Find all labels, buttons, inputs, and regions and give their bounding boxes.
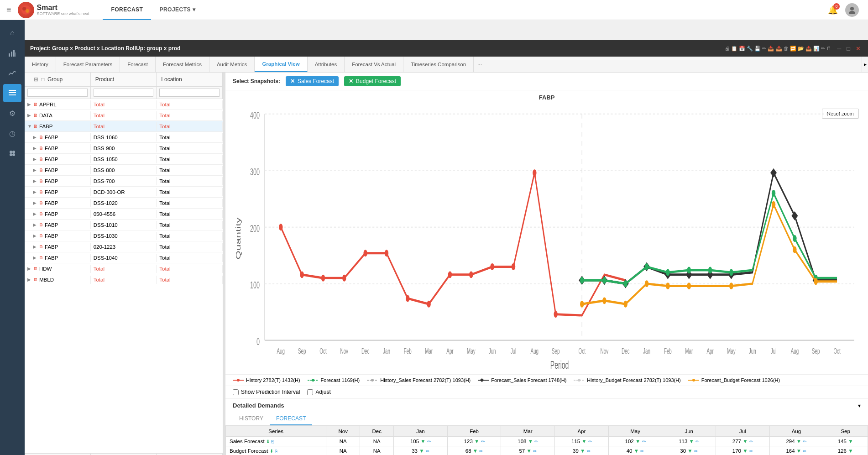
tree-row[interactable]: ▶🗎DATA Total Total xyxy=(25,110,223,121)
snapshot-sales-label: Sales Forecast xyxy=(298,78,334,84)
tree-row[interactable]: ▶🗎FABP DSS-1040 Total xyxy=(25,252,223,263)
demands-tab-forecast[interactable]: FORECAST xyxy=(270,413,312,425)
adjust-label: Adjust xyxy=(315,389,330,395)
svg-point-60 xyxy=(363,250,367,256)
svg-point-93 xyxy=(602,297,606,304)
expand-data[interactable]: ▶ xyxy=(27,113,32,118)
left-panel: ⊞ □ Group Product Location ▶🗎APPRL Total… xyxy=(25,73,223,455)
tree-row-fabp[interactable]: ▼🗎FABP Total Total xyxy=(25,121,223,132)
sidebar-modules[interactable] xyxy=(3,144,21,162)
copy-icon[interactable]: ⎘ xyxy=(275,449,277,454)
snapshot-budget-forecast[interactable]: ✕ Budget Forecast xyxy=(344,76,401,86)
notification-button[interactable]: 🔔 0 xyxy=(828,5,838,15)
filter-location[interactable] xyxy=(159,89,220,97)
sidebar-list[interactable] xyxy=(3,84,21,102)
tree-row[interactable]: ▶🗎FABP DSS-1030 Total xyxy=(25,230,223,241)
tree-row[interactable]: ▶🗎FABP DSS-1010 Total xyxy=(25,220,223,230)
sidebar-trends[interactable] xyxy=(3,64,21,82)
tab-graphical-view[interactable]: Graphical View xyxy=(255,57,307,72)
tree-row[interactable]: ▶🗎HDW Total Total xyxy=(25,263,223,274)
tab-forecast[interactable]: Forecast xyxy=(120,57,156,72)
filter-product[interactable] xyxy=(94,89,154,97)
show-prediction-interval-checkbox[interactable]: Show Prediction Interval xyxy=(233,389,300,395)
svg-point-15 xyxy=(12,153,15,156)
demands-tabs: HISTORY FORECAST xyxy=(225,413,868,426)
svg-marker-109 xyxy=(480,378,484,382)
close-button[interactable]: ✕ xyxy=(854,44,863,53)
tree-row[interactable]: ▶🗎FABP DSS-1050 Total xyxy=(25,154,223,165)
svg-text:Sep: Sep xyxy=(552,346,560,356)
tab-forecast-vs-actual[interactable]: Forecast Vs Actual xyxy=(345,57,403,72)
adjust-checkbox[interactable]: Adjust xyxy=(307,389,330,395)
tab-audit-metrics[interactable]: Audit Metrics xyxy=(209,57,255,72)
tab-forecast-metrics[interactable]: Forecast Metrics xyxy=(156,57,209,72)
demands-tab-history[interactable]: HISTORY xyxy=(233,413,270,425)
tree-row[interactable]: ▶🗎MBLD Total Total xyxy=(25,274,223,285)
prediction-interval-input[interactable] xyxy=(233,389,239,395)
tab-timeseries-comparison[interactable]: Timeseries Comparison xyxy=(403,57,474,72)
sidebar-settings[interactable]: ⚙ xyxy=(3,104,21,122)
tab-more[interactable]: ··· xyxy=(474,57,486,72)
window-title: Project: Group x Product x Location Roll… xyxy=(30,45,180,52)
tab-forecast-parameters[interactable]: Forecast Parameters xyxy=(56,57,120,72)
legend-forecast: Forecast 1169(H) xyxy=(308,377,360,383)
tree-row[interactable]: ▶🗎FABP 050-4556 Total xyxy=(25,209,223,220)
expand-apprl[interactable]: ▶ xyxy=(27,102,32,107)
hamburger-icon[interactable]: ≡ xyxy=(5,3,13,16)
svg-rect-9 xyxy=(9,90,16,91)
tab-attributes[interactable]: Attributes xyxy=(308,57,345,72)
tab-scroll-right[interactable]: ▸ xyxy=(862,57,868,72)
svg-point-98 xyxy=(729,282,733,289)
svg-text:Oct: Oct xyxy=(319,346,326,356)
svg-text:Jul: Jul xyxy=(511,346,517,356)
svg-point-62 xyxy=(406,295,409,302)
tree-row[interactable]: ▶🗎FABP 020-1223 Total xyxy=(25,241,223,252)
minimize-button[interactable]: ─ xyxy=(835,44,843,53)
svg-text:Aug: Aug xyxy=(531,346,539,356)
expand-fabp[interactable]: ▼ xyxy=(27,124,32,129)
snapshot-sales-forecast[interactable]: ✕ Sales Forecast xyxy=(286,76,339,86)
demands-table-wrap[interactable]: Series Nov Dec Jan Feb Mar Apr May Jun xyxy=(225,426,868,455)
svg-point-81 xyxy=(580,277,584,284)
tree-row[interactable]: ▶🗎FABP DSS-700 Total xyxy=(25,176,223,187)
nav-right: 🔔 0 xyxy=(828,3,859,17)
nav-links: FORECAST PROJECTS ▾ xyxy=(103,0,204,20)
demands-collapse-icon[interactable]: ▾ xyxy=(858,403,861,409)
svg-text:Aug: Aug xyxy=(277,346,285,356)
svg-point-87 xyxy=(708,267,712,273)
svg-rect-5 xyxy=(9,53,10,57)
sidebar-history[interactable]: ◷ xyxy=(3,124,21,142)
svg-point-89 xyxy=(772,190,775,197)
filter-group[interactable] xyxy=(27,89,88,97)
svg-point-105 xyxy=(312,379,314,382)
demands-header[interactable]: Detailed Demands ▾ xyxy=(225,398,868,413)
tree-row[interactable]: ▶🗎FABP DSS-900 Total xyxy=(25,143,223,154)
tree-row[interactable]: ▶🗎FABP DCD-300-OR Total xyxy=(25,187,223,198)
svg-point-68 xyxy=(533,169,536,176)
svg-text:May: May xyxy=(727,346,736,356)
nav-projects[interactable]: PROJECTS ▾ xyxy=(151,0,204,20)
svg-point-1 xyxy=(22,7,26,10)
download-icon[interactable]: ⬇ xyxy=(266,439,270,444)
tree-scroll[interactable]: ▶🗎APPRL Total Total ▶🗎DATA Total Total ▼… xyxy=(25,99,223,453)
tree-row[interactable]: ▶🗎FABP DSS-1060 Total xyxy=(25,132,223,143)
copy-icon[interactable]: ⎘ xyxy=(271,439,274,444)
tree-row[interactable]: ▶🗎FABP DSS-800 Total xyxy=(25,165,223,176)
svg-text:Sep: Sep xyxy=(298,346,306,356)
tree-row[interactable]: ▶🗎APPRL Total Total xyxy=(25,99,223,110)
tree-row[interactable]: ▶🗎FABP DSS-1020 Total xyxy=(25,198,223,209)
svg-point-63 xyxy=(427,301,430,308)
svg-point-85 xyxy=(666,269,669,276)
sidebar-home[interactable]: ⌂ xyxy=(3,24,21,42)
download-icon[interactable]: ⬇ xyxy=(270,449,273,454)
user-avatar[interactable] xyxy=(845,3,859,17)
sidebar-analytics[interactable] xyxy=(3,44,21,62)
nav-forecast[interactable]: FORECAST xyxy=(103,0,151,20)
demands-table: Series Nov Dec Jan Feb Mar Apr May Jun xyxy=(225,426,868,455)
svg-text:Mar: Mar xyxy=(425,346,433,356)
maximize-button[interactable]: □ xyxy=(845,44,852,53)
adjust-input[interactable] xyxy=(307,389,313,395)
tab-history[interactable]: History xyxy=(25,57,56,72)
toolbar-icons[interactable]: 🖨 📋 📅 🔧 💾 ✏ 📥 📤 🗑 🔁 📂 📤 📊 ✏ 🗒 xyxy=(725,46,831,52)
doc-icon: 🗎 xyxy=(33,113,38,118)
